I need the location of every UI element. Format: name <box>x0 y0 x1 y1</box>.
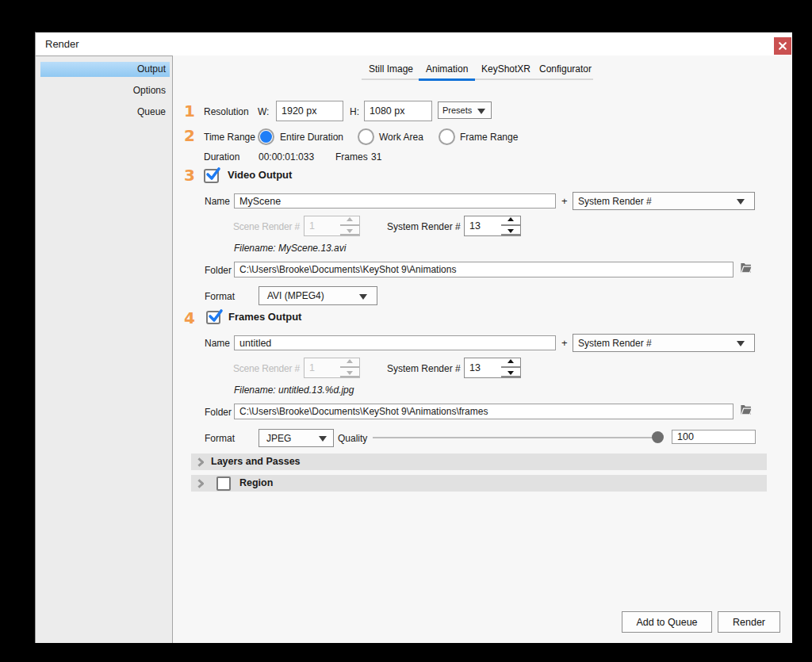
video-format-label: Format <box>205 291 235 302</box>
video-output-title: Video Output <box>228 169 292 181</box>
spin-down-button[interactable] <box>501 226 520 235</box>
video-system-render-spinbox[interactable]: 13 <box>464 216 521 236</box>
presets-label: Presets <box>442 105 472 115</box>
spin-up-button[interactable] <box>501 216 520 226</box>
window-title: Render <box>45 33 79 55</box>
title-bar: Render <box>36 33 792 55</box>
frames-format-value: JPEG <box>266 433 291 444</box>
spin-buttons[interactable] <box>501 358 520 377</box>
spin-down-icon <box>347 229 353 233</box>
resolution-label: Resolution <box>204 106 249 117</box>
width-input[interactable]: 1920 px <box>276 101 343 121</box>
height-label: H: <box>350 106 359 117</box>
layers-and-passes-section[interactable]: Layers and Passes <box>191 453 767 470</box>
spin-buttons[interactable] <box>340 216 359 235</box>
spin-down-icon <box>508 371 514 375</box>
region-section[interactable]: Region <box>191 475 767 492</box>
checkmark-icon <box>205 166 222 183</box>
tab-configurator[interactable]: Configurator <box>532 61 599 80</box>
frames-scene-render-label: Scene Render # <box>233 363 300 374</box>
quality-slider-track[interactable] <box>373 437 658 438</box>
video-system-render-value: 13 <box>469 216 481 235</box>
video-filename: Filename: MyScene.13.avi <box>234 243 346 254</box>
spin-up-icon <box>508 217 514 221</box>
duration-value: 00:00:01:033 <box>259 151 314 163</box>
sidebar-item-queue[interactable]: Queue <box>40 105 170 120</box>
frames-folder-label: Folder <box>205 407 232 418</box>
step-number-3: 3 <box>182 169 197 182</box>
step-number-4: 4 <box>182 312 197 324</box>
sidebar-item-options[interactable]: Options <box>40 83 170 98</box>
spin-buttons[interactable] <box>340 358 359 377</box>
video-format-value: AVI (MPEG4) <box>267 290 324 301</box>
sidebar-item-output[interactable]: Output <box>40 62 170 77</box>
radio-work-area[interactable] <box>358 128 374 145</box>
frames-system-render-spinbox[interactable]: 13 <box>464 358 521 378</box>
video-scene-render-spinbox[interactable]: 1 <box>304 216 360 236</box>
frames-output-title: Frames Output <box>228 311 301 323</box>
layers-and-passes-title: Layers and Passes <box>211 453 301 470</box>
frames-system-render-value: 13 <box>469 358 481 377</box>
presets-dropdown[interactable]: Presets <box>438 101 492 119</box>
close-button[interactable] <box>774 37 791 55</box>
video-suffix-dropdown-arrow-icon <box>737 199 745 205</box>
frames-folder-browse-button[interactable] <box>741 404 753 416</box>
render-button[interactable]: Render <box>718 611 780 633</box>
radio-entire-duration[interactable] <box>258 128 274 145</box>
quality-label: Quality <box>338 433 367 444</box>
time-range-label: Time Range <box>204 132 255 143</box>
frames-plus: + <box>561 337 568 349</box>
video-system-render-label: System Render # <box>387 221 461 232</box>
frames-format-dropdown-arrow-icon <box>319 436 327 442</box>
frames-system-render-label: System Render # <box>387 363 461 374</box>
radio-frame-range[interactable] <box>439 128 455 145</box>
spin-down-button[interactable] <box>501 368 520 377</box>
video-folder-browse-button[interactable] <box>741 262 753 274</box>
quality-input[interactable]: 100 <box>672 430 756 444</box>
frames-name-input[interactable]: untitled <box>234 335 556 350</box>
checkmark-icon <box>207 308 224 325</box>
spin-up-icon <box>347 217 353 221</box>
video-name-input[interactable]: MyScene <box>234 193 556 209</box>
tab-still-image[interactable]: Still Image <box>362 61 420 80</box>
spin-up-button[interactable] <box>340 216 359 226</box>
radio-dot <box>260 131 272 143</box>
frames-output-checkbox[interactable] <box>206 311 220 324</box>
frames-suffix-value: System Render # <box>578 338 652 349</box>
video-suffix-dropdown[interactable]: System Render # <box>573 192 755 210</box>
frame-range-label: Frame Range <box>460 132 518 143</box>
video-folder-input[interactable]: C:\Users\Brooke\Documents\KeyShot 9\Anim… <box>234 262 733 277</box>
height-input[interactable]: 1080 px <box>364 101 432 121</box>
chevron-right-icon <box>197 457 204 467</box>
spin-up-icon <box>508 359 514 363</box>
video-plus: + <box>561 195 568 207</box>
add-to-queue-button[interactable]: Add to Queue <box>622 611 712 633</box>
spin-down-button[interactable] <box>340 226 359 235</box>
spin-up-button[interactable] <box>340 358 359 368</box>
folder-icon <box>741 262 753 274</box>
frames-name-label: Name <box>205 338 230 349</box>
video-format-dropdown[interactable]: AVI (MPEG4) <box>259 286 377 305</box>
entire-duration-label: Entire Duration <box>280 132 343 143</box>
spin-up-button[interactable] <box>501 358 520 368</box>
frames-format-dropdown[interactable]: JPEG <box>259 429 334 447</box>
video-format-dropdown-arrow-icon <box>359 294 367 300</box>
tab-animation[interactable]: Animation <box>419 61 475 80</box>
video-scene-render-label: Scene Render # <box>233 221 300 232</box>
spin-down-button[interactable] <box>340 368 359 377</box>
spin-down-icon <box>508 229 514 233</box>
frames-scene-render-value: 1 <box>309 358 315 377</box>
frames-folder-input[interactable]: C:\Users\Brooke\Documents\KeyShot 9\Anim… <box>234 404 733 419</box>
duration-label: Duration <box>204 151 239 163</box>
region-checkbox[interactable] <box>216 476 231 491</box>
frames-scene-render-spinbox[interactable]: 1 <box>304 358 360 378</box>
video-output-checkbox[interactable] <box>204 169 219 183</box>
quality-slider-knob[interactable] <box>652 431 664 443</box>
spin-buttons[interactable] <box>501 216 520 235</box>
frames-suffix-dropdown-arrow-icon <box>737 341 745 346</box>
frames-suffix-dropdown[interactable]: System Render # <box>573 334 755 352</box>
tab-keyshotxr[interactable]: KeyShotXR <box>474 61 538 80</box>
folder-icon <box>741 404 753 415</box>
frames-filename: Filename: untitled.13.%d.jpg <box>234 385 354 396</box>
work-area-label: Work Area <box>379 132 423 143</box>
